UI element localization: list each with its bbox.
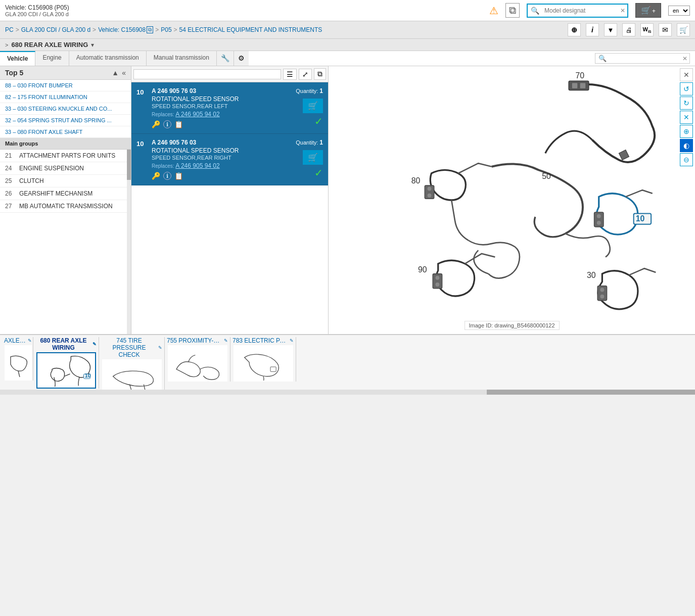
breadcrumb-vehicle[interactable]: Vehicle: C156908 ⧉ [98, 26, 153, 33]
thumb-title-2[interactable]: 745 TIRE PRESSURE CHECK ✎ [101, 337, 162, 358]
scroll-thumb[interactable] [487, 390, 696, 395]
tab-vehicle[interactable]: Vehicle [0, 51, 35, 66]
diagram-zoomin-btn[interactable]: ⊕ [680, 125, 693, 138]
action-icons: ⊕ i ▼ 🖨 WIS ✉ 🛒 [568, 23, 690, 36]
sidebar-scrollbar[interactable] [127, 150, 131, 334]
parts-search-input[interactable] [133, 69, 281, 79]
diagram-sidebar-toggle-btn[interactable]: ◐ [680, 139, 693, 152]
header-search-wrapper[interactable]: 🔍 ✕ [527, 4, 628, 18]
thumb-title-1[interactable]: 680 REAR AXLE WIRING ✎ [35, 337, 97, 351]
sidebar-item[interactable]: 33 – 080 FRONT AXLE SHAFT [0, 126, 131, 138]
breadcrumb-model[interactable]: GLA 200 CDI / GLA 200 d [21, 26, 90, 33]
sidebar-item[interactable]: 32 – 054 SPRING STRUT AND SPRING ... [0, 115, 131, 126]
thumbnail-item-0: AXLE WIRING ✎ [3, 337, 33, 381]
info-button[interactable]: i [586, 23, 599, 36]
svg-text:70: 70 [575, 71, 584, 80]
thumb-img-3[interactable] [168, 345, 227, 382]
breadcrumb-p05[interactable]: P05 [161, 26, 171, 33]
part-icons-1: 🔑 ℹ 📋 [152, 120, 272, 128]
horizontal-scrollbar[interactable] [0, 390, 695, 395]
header-search-clear[interactable]: ✕ [618, 5, 627, 16]
part-replaces-2: Replaces: A 246 905 94 02 [152, 162, 272, 169]
vehicle-line1: Vehicle: C156908 (P05) [5, 4, 69, 11]
header-search-input[interactable] [542, 5, 618, 16]
parts-copy-btn[interactable]: ⧉ [314, 68, 326, 80]
thumb-edit-icon-2[interactable]: ✎ [158, 345, 162, 350]
thumbnail-item-4: 783 ELECTRIC PARTS FOR CHASSIS ADJUSTMEN… [230, 337, 296, 382]
part-cart-btn-1[interactable]: 🛒 [303, 99, 323, 113]
svg-point-19 [600, 288, 604, 292]
sidebar-item[interactable]: 82 – 175 FRONT ILLUMINATION [0, 91, 131, 103]
tab-icon2[interactable]: ⚙ [234, 51, 249, 66]
thumb-img-2[interactable] [102, 359, 162, 390]
diagram-redo-btn[interactable]: ↻ [680, 97, 693, 110]
zoom-in-button[interactable]: ⊕ [568, 23, 581, 36]
secondary-search-wrapper[interactable]: 🔍 ✕ [595, 53, 690, 64]
thumb-img-4[interactable] [234, 345, 293, 382]
sidebar-group-item[interactable]: 27MB AUTOMATIC TRANSMISSION [0, 200, 127, 213]
breadcrumb-electrical[interactable]: 54 ELECTRICAL EQUIPMENT AND INSTRUMENTS [179, 26, 322, 33]
diagram-close-btn[interactable]: ✕ [680, 68, 693, 81]
print-button[interactable]: 🖨 [622, 23, 635, 36]
collapse-up-button[interactable]: ▲ [112, 69, 119, 77]
lang-select[interactable]: en de [668, 6, 690, 16]
sidebar-group-item[interactable]: 26GEARSHIFT MECHANISM [0, 187, 127, 200]
secondary-search-input[interactable] [610, 54, 680, 63]
svg-point-20 [600, 295, 604, 299]
secondary-search-clear[interactable]: ✕ [680, 54, 689, 63]
double-arrow-button[interactable]: « [122, 69, 126, 77]
parts-expand-btn[interactable]: ⤢ [299, 69, 312, 80]
breadcrumb-pc[interactable]: PC [5, 26, 14, 33]
wis-button[interactable]: WIS [640, 23, 654, 36]
thumb-title-4[interactable]: 783 ELECTRIC PARTS FOR CHASSIS ADJUSTMEN… [233, 337, 294, 344]
thumb-title-text-1: 680 REAR AXLE WIRING [35, 337, 91, 351]
tab-manual[interactable]: Manual transmission [147, 51, 217, 66]
part-row-2[interactable]: 10 A 246 905 76 03 ROTATIONAL SPEED SENS… [131, 134, 328, 185]
diagram-group-10: 10 [594, 190, 652, 234]
thumb-edit-icon-3[interactable]: ✎ [224, 338, 228, 343]
sidebar-item[interactable]: 88 – 030 FRONT BUMPER [0, 80, 131, 91]
thumbnails-strip: AXLE WIRING ✎ 680 REAR AXLE WIRING ✎ 10 [0, 334, 695, 390]
part-replaces-link-1[interactable]: A 246 905 94 02 [175, 111, 219, 118]
part-row-1[interactable]: 10 A 246 905 76 03 ROTATIONAL SPEED SENS… [131, 82, 328, 134]
header-search-button[interactable]: 🔍 [528, 5, 542, 17]
dropdown-arrow-icon[interactable]: ▾ [91, 41, 94, 49]
thumb-img-1[interactable]: 10 [36, 352, 96, 389]
sidebar-group-item[interactable]: 21ATTACHMENT PARTS FOR UNITS [0, 150, 127, 162]
thumb-edit-icon-0[interactable]: ✎ [28, 338, 32, 343]
parts-list-view-btn[interactable]: ☰ [283, 69, 297, 80]
diagram-zoomout-btn[interactable]: ⊖ [680, 153, 693, 166]
filter-button[interactable]: ▼ [604, 23, 617, 36]
sidebar-group-item[interactable]: 25CLUTCH [0, 175, 127, 187]
tab-engine[interactable]: Engine [35, 51, 69, 66]
part-key-icon-1[interactable]: 🔑 [152, 120, 160, 128]
part-doc-icon-2[interactable]: 📋 [174, 172, 183, 180]
thumb-edit-icon-1[interactable]: ✎ [92, 342, 97, 347]
tab-icon1[interactable]: 🔧 [217, 51, 234, 66]
sidebar-group-item[interactable]: 24ENGINE SUSPENSION [0, 162, 127, 175]
tab-automatic[interactable]: Automatic transmission [69, 51, 147, 66]
diagram-cross-btn[interactable]: ✕ [680, 111, 693, 124]
thumb-edit-icon-4[interactable]: ✎ [290, 338, 294, 343]
part-replaces-link-2[interactable]: A 246 905 94 02 [175, 162, 219, 169]
cart-add-button[interactable]: 🛒+ [635, 3, 661, 18]
thumbnail-item-1: 680 REAR AXLE WIRING ✎ 10 [33, 337, 99, 389]
group-num: 25 [5, 177, 15, 184]
part-cart-btn-2[interactable]: 🛒 [303, 150, 323, 165]
vehicle-info: Vehicle: C156908 (P05) GLA 200 CDI / GLA… [5, 4, 69, 17]
cart-icon-button[interactable]: 🛒 [677, 23, 690, 36]
part-doc-icon-1[interactable]: 📋 [174, 120, 183, 128]
part-key-icon-2[interactable]: 🔑 [152, 172, 160, 180]
diagram-history-btn[interactable]: ↺ [680, 82, 693, 96]
thumb-img-0[interactable] [5, 345, 32, 381]
sidebar-item[interactable]: 33 – 030 STEERING KNUCKLE AND CO... [0, 103, 131, 115]
copy-icon[interactable]: ⧉ [505, 3, 520, 18]
part-info-icon-2[interactable]: ℹ [163, 172, 171, 180]
thumb-title-0[interactable]: AXLE WIRING ✎ [4, 337, 32, 344]
secondary-search-icon[interactable]: 🔍 [595, 54, 610, 63]
part-info-icon-1[interactable]: ℹ [163, 120, 171, 128]
mail-button[interactable]: ✉ [659, 23, 672, 36]
group-label: ENGINE SUSPENSION [19, 165, 84, 172]
thumb-title-3[interactable]: 755 PROXIMITY-CONTROLLED CRUISE CONTROL … [167, 337, 228, 344]
thumbnail-item-3: 755 PROXIMITY-CONTROLLED CRUISE CONTROL … [165, 337, 230, 382]
